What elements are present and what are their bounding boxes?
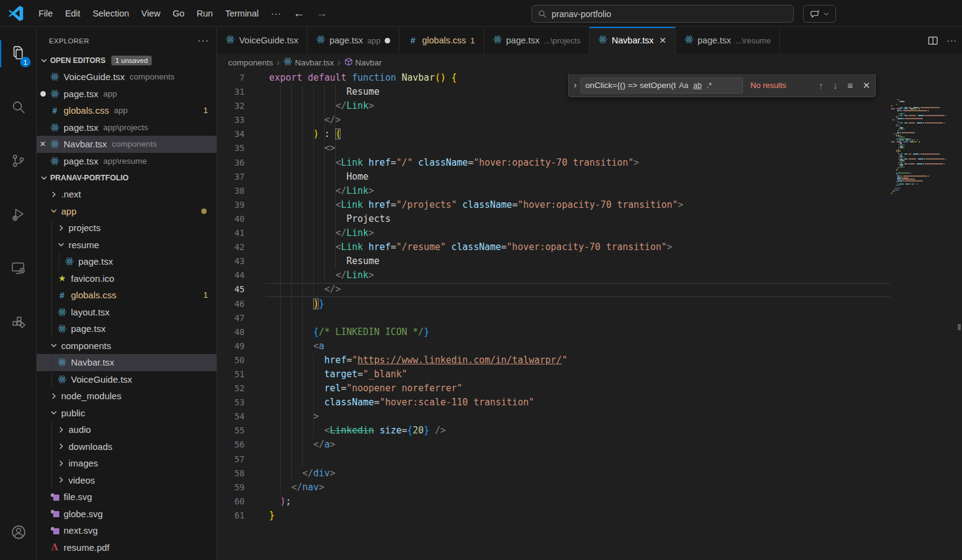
code-line[interactable]: 58 </div> <box>217 466 962 481</box>
menu-go[interactable]: Go <box>166 6 190 21</box>
tree-file-file-svg[interactable]: file.svg <box>37 488 216 506</box>
line-number[interactable]: 55 <box>217 424 245 438</box>
code-line[interactable]: 42 <Link href="/resume" className="hover… <box>217 240 962 254</box>
line-number[interactable]: 49 <box>217 339 245 353</box>
breadcrumb-item[interactable]: Navbar <box>344 57 382 68</box>
tab-page-tsx[interactable]: page.tsx...\projects <box>484 27 590 54</box>
code-line[interactable]: 32 </Link> <box>217 99 962 113</box>
find-next-button[interactable]: ↓ <box>833 80 838 90</box>
tree-file-globals-css[interactable]: #globals.css1 <box>37 287 216 304</box>
line-number[interactable]: 39 <box>217 198 245 212</box>
tree-file-navbar-tsx[interactable]: Navbar.tsx <box>37 354 216 371</box>
line-number[interactable]: 41 <box>217 226 245 240</box>
line-number[interactable]: 31 <box>217 85 245 99</box>
tree-folder-resume[interactable]: resume <box>37 237 216 254</box>
code-line[interactable]: 39 <Link href="/projects" className="hov… <box>217 198 962 212</box>
command-center-search[interactable]: pranav-portfolio <box>531 5 794 23</box>
back-button[interactable]: ← <box>287 6 310 21</box>
line-number[interactable]: 46 <box>217 297 245 311</box>
regex-toggle[interactable]: .* <box>705 81 713 90</box>
line-number[interactable]: 59 <box>217 481 245 495</box>
tree-folder--next[interactable]: .next <box>37 186 216 203</box>
open-editor-item[interactable]: page.tsxapp\projects <box>37 119 216 136</box>
find-input[interactable]: onClick={() => setOpen(t Aaab.* <box>580 78 743 94</box>
line-number[interactable]: 50 <box>217 353 245 367</box>
line-number[interactable]: 34 <box>217 127 245 141</box>
open-editor-item[interactable]: ✕Navbar.tsxcomponents <box>37 136 216 153</box>
code-line[interactable]: 49 <a <box>217 339 962 353</box>
tree-folder-images[interactable]: images <box>37 455 216 472</box>
line-number[interactable]: 53 <box>217 396 245 410</box>
tab-navbar-tsx[interactable]: Navbar.tsx✕ <box>590 27 675 54</box>
line-number[interactable]: 37 <box>217 170 245 184</box>
activity-extensions[interactable] <box>0 296 37 350</box>
tree-file-resume-pdf[interactable]: Λresume.pdf <box>37 539 216 556</box>
code-line[interactable]: 54 > <box>217 410 962 424</box>
match-case-toggle[interactable]: Aa <box>677 81 690 90</box>
activity-run-debug[interactable] <box>0 188 37 242</box>
code-line[interactable]: 50 href="https://www.linkedin.com/in/tal… <box>217 353 962 367</box>
toggle-replace-chevron[interactable]: › <box>571 79 580 91</box>
tree-folder-projects[interactable]: projects <box>37 219 216 237</box>
activity-search[interactable] <box>0 81 37 134</box>
code-editor[interactable]: 7export default function Navbar() {31 Re… <box>217 71 962 560</box>
find-close-button[interactable]: ✕ <box>862 80 870 91</box>
find-in-selection-button[interactable]: ≡ <box>848 80 853 90</box>
open-editors-header[interactable]: OPEN EDITORS 1 unsaved <box>37 52 216 68</box>
split-editor-icon[interactable] <box>928 35 938 46</box>
activity-remote-explorer[interactable] <box>0 242 37 296</box>
activity-source-control[interactable] <box>0 134 37 188</box>
menu-selection[interactable]: Selection <box>86 6 135 21</box>
code-line[interactable]: 60 ); <box>217 495 962 509</box>
tree-file-favicon-ico[interactable]: ★favicon.ico <box>37 270 216 287</box>
forward-button[interactable]: → <box>310 6 333 21</box>
tree-folder-downloads[interactable]: downloads <box>37 438 216 455</box>
tree-folder-node-modules[interactable]: node_modules <box>37 388 216 405</box>
code-line[interactable]: 48 {/* LINKEDIN ICON */} <box>217 325 962 339</box>
line-number[interactable]: 40 <box>217 212 245 226</box>
line-number[interactable]: 35 <box>217 141 245 155</box>
editor-more-actions[interactable]: ··· <box>947 35 957 45</box>
copilot-button[interactable] <box>803 5 836 23</box>
code-line[interactable]: 43 Resume <box>217 254 962 268</box>
close-icon[interactable]: ✕ <box>37 139 49 149</box>
line-number[interactable]: 42 <box>217 240 245 254</box>
activity-explorer[interactable]: 1 <box>0 27 37 81</box>
line-number[interactable]: 57 <box>217 452 245 466</box>
tree-file-voiceguide-tsx[interactable]: VoiceGuide.tsx <box>37 371 216 388</box>
line-number[interactable]: 60 <box>217 495 245 509</box>
tab-page-tsx[interactable]: page.tsx...\resume <box>676 27 780 54</box>
tab-page-tsx[interactable]: page.tsxapp <box>308 27 400 54</box>
code-line[interactable]: 47 <box>217 311 962 325</box>
line-number[interactable]: 56 <box>217 438 245 452</box>
code-line[interactable]: 34 ) : ( <box>217 127 962 141</box>
line-number[interactable]: 51 <box>217 367 245 381</box>
tree-file-page-tsx[interactable]: page.tsx <box>37 320 216 337</box>
code-line[interactable]: 46 )} <box>217 297 962 311</box>
code-line[interactable]: 40 Projects <box>217 212 962 226</box>
menu-file[interactable]: File <box>32 6 59 21</box>
menu-terminal[interactable]: Terminal <box>219 6 265 21</box>
line-number[interactable]: 61 <box>217 509 245 523</box>
tab-voiceguide-tsx[interactable]: VoiceGuide.tsx <box>217 27 308 54</box>
tree-file-globe-svg[interactable]: globe.svg <box>37 506 216 523</box>
code-line[interactable]: 52 rel="noopener noreferrer" <box>217 381 962 396</box>
code-line[interactable]: 38 </Link> <box>217 184 962 198</box>
code-line[interactable]: 41 </Link> <box>217 226 962 240</box>
code-line[interactable]: 33 </> <box>217 113 962 127</box>
code-line[interactable]: 45 </> <box>217 282 962 297</box>
tree-folder-app[interactable]: app <box>37 203 216 220</box>
workspace-root-header[interactable]: PRANAV-PORTFOLIO <box>37 169 216 186</box>
line-number[interactable]: 7 <box>217 71 245 85</box>
code-line[interactable]: 44 </Link> <box>217 268 962 282</box>
find-previous-button[interactable]: ↑ <box>819 80 824 90</box>
explorer-more-actions[interactable]: ··· <box>198 35 209 46</box>
breadcrumb-item[interactable]: components <box>228 58 273 67</box>
tab-close-icon[interactable]: ✕ <box>659 35 667 45</box>
line-number[interactable]: 47 <box>217 311 245 325</box>
line-number[interactable]: 52 <box>217 381 245 396</box>
minimap[interactable] <box>890 99 956 203</box>
tab-globals-css[interactable]: #globals.css1 <box>399 27 484 54</box>
tree-folder-components[interactable]: components <box>37 337 216 355</box>
line-number[interactable]: 44 <box>217 268 245 282</box>
